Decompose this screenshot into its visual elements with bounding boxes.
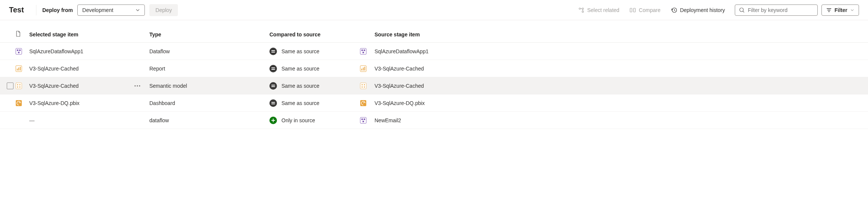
svg-rect-23	[16, 83, 22, 89]
svg-rect-11	[360, 48, 366, 54]
svg-rect-10	[18, 52, 20, 53]
semantic-model-icon	[15, 82, 23, 90]
filter-button[interactable]: Filter	[821, 4, 859, 16]
report-icon	[15, 65, 23, 72]
row-checkbox[interactable]	[7, 82, 14, 89]
source-item-name: SqlAzureDataflowApp1	[375, 48, 429, 54]
semantic-model-icon	[360, 82, 367, 90]
row-checkbox[interactable]	[7, 48, 14, 55]
search-input[interactable]	[748, 7, 814, 13]
svg-point-25	[20, 84, 21, 85]
svg-rect-13	[364, 50, 365, 51]
compare-label: Compare	[639, 7, 660, 13]
svg-point-6	[740, 8, 743, 12]
compare-button[interactable]: Compare	[626, 5, 664, 15]
svg-rect-14	[363, 52, 364, 53]
item-type: Dataflow	[149, 48, 269, 54]
column-header-compared[interactable]: Compared to source	[269, 32, 360, 38]
dashboard-icon	[15, 99, 23, 107]
row-checkbox[interactable]	[7, 100, 14, 106]
status-same-icon	[269, 82, 277, 90]
toolbar: Test Deploy from Development Deploy Sele…	[0, 0, 868, 20]
table-row[interactable]: SqlAzureDataflowApp1DataflowSame as sour…	[0, 43, 868, 60]
status-same-icon	[269, 65, 277, 72]
filter-label: Filter	[835, 7, 847, 13]
svg-point-27	[20, 86, 21, 87]
svg-point-32	[362, 84, 363, 85]
item-name: SqlAzureDataflowApp1	[29, 48, 83, 54]
svg-point-0	[579, 8, 581, 9]
svg-rect-21	[363, 68, 364, 70]
deployment-history-button[interactable]: Deployment history	[667, 5, 729, 15]
search-icon	[739, 7, 745, 13]
table-row[interactable]: V3-SqlAzure-CachedSemantic modelSame as …	[0, 77, 868, 94]
svg-rect-3	[630, 8, 632, 12]
source-item-name: V3-SqlAzure-DQ.pbix	[375, 100, 425, 106]
svg-point-30	[139, 85, 140, 86]
svg-point-33	[364, 84, 365, 85]
svg-rect-39	[361, 118, 363, 120]
row-checkbox[interactable]	[7, 117, 14, 124]
svg-point-35	[364, 86, 365, 87]
svg-rect-9	[19, 50, 21, 51]
dashboard-icon	[360, 99, 367, 107]
table-row[interactable]: V3-SqlAzure-CachedReportSame as sourceV3…	[0, 60, 868, 77]
svg-point-1	[582, 8, 584, 9]
document-icon	[15, 31, 21, 37]
comparison-status: Same as source	[281, 83, 319, 89]
column-header-selected-item[interactable]: Selected stage item	[29, 32, 149, 38]
item-type: dataflow	[149, 117, 269, 123]
svg-rect-17	[18, 68, 19, 70]
source-item-name: V3-SqlAzure-Cached	[375, 83, 424, 89]
history-icon	[671, 7, 677, 13]
item-name: V3-SqlAzure-Cached	[29, 83, 79, 89]
svg-point-28	[135, 85, 136, 86]
item-name: V3-SqlAzure-DQ.pbix	[29, 100, 80, 106]
source-stage-value: Development	[82, 7, 113, 13]
svg-point-24	[17, 84, 18, 85]
source-stage-dropdown[interactable]: Development	[77, 4, 145, 16]
item-type: Report	[149, 66, 269, 72]
select-related-button[interactable]: Select related	[575, 5, 623, 15]
table-row[interactable]: V3-SqlAzure-DQ.pbixDashboardSame as sour…	[0, 94, 868, 112]
chevron-down-icon	[850, 8, 854, 12]
item-name: V3-SqlAzure-Cached	[29, 66, 79, 72]
divider	[36, 5, 36, 15]
status-only-source-icon	[269, 117, 277, 124]
table: Selected stage item Type Compared to sou…	[0, 20, 868, 129]
search-input-wrapper[interactable]	[735, 4, 818, 16]
svg-point-34	[362, 86, 363, 87]
comparison-status: Same as source	[281, 66, 319, 72]
deploy-button[interactable]: Deploy	[149, 4, 178, 16]
svg-rect-12	[361, 50, 363, 51]
svg-rect-20	[361, 69, 362, 70]
row-checkbox[interactable]	[7, 65, 14, 72]
svg-rect-40	[364, 118, 365, 120]
compare-icon	[630, 7, 636, 13]
svg-point-2	[582, 11, 584, 12]
column-header-type[interactable]: Type	[149, 32, 269, 38]
svg-rect-7	[16, 48, 22, 54]
table-row[interactable]: —dataflowOnly in sourceNewEmail2	[0, 112, 868, 129]
more-options-button[interactable]	[132, 81, 143, 91]
status-same-icon	[269, 99, 277, 107]
svg-point-26	[17, 86, 18, 87]
source-item-name: NewEmail2	[375, 117, 401, 123]
status-same-icon	[269, 48, 277, 55]
table-header-row: Selected stage item Type Compared to sou…	[0, 31, 868, 43]
report-icon	[360, 65, 367, 72]
svg-rect-38	[360, 117, 366, 123]
comparison-status: Same as source	[281, 48, 319, 54]
select-related-icon	[578, 7, 584, 13]
comparison-status: Only in source	[281, 117, 315, 123]
chevron-down-icon	[135, 8, 140, 12]
svg-rect-4	[633, 8, 635, 12]
column-header-source-item[interactable]: Source stage item	[375, 32, 562, 38]
item-type: Semantic model	[149, 83, 269, 89]
svg-rect-41	[363, 121, 364, 122]
select-related-label: Select related	[587, 7, 620, 13]
empty-icon	[15, 117, 23, 124]
filter-icon	[826, 8, 832, 13]
svg-rect-8	[17, 50, 18, 51]
deploy-from-label: Deploy from	[42, 7, 73, 13]
